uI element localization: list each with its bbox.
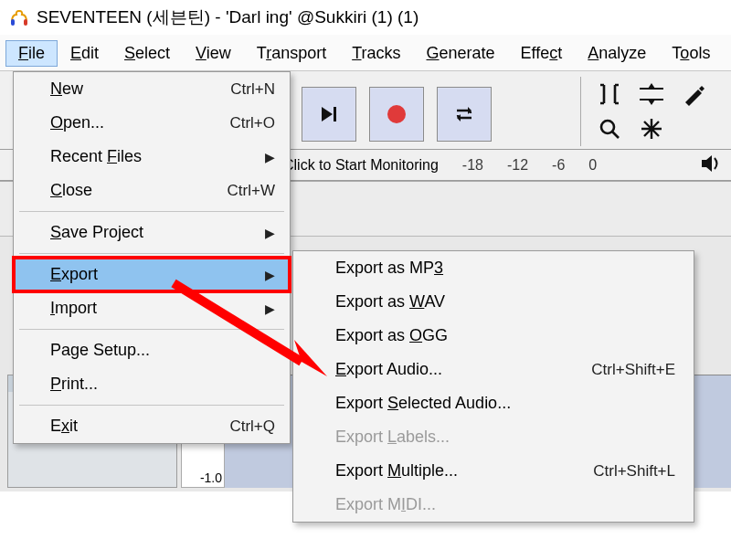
menu-separator bbox=[19, 405, 284, 406]
export-labels: Export Labels... bbox=[293, 420, 694, 454]
menu-analyze[interactable]: Analyze bbox=[575, 40, 659, 67]
export-mp3[interactable]: Export as MP3 bbox=[293, 251, 694, 285]
menu-print[interactable]: Print... bbox=[14, 367, 290, 401]
svg-point-4 bbox=[601, 121, 614, 133]
menu-edit[interactable]: Edit bbox=[58, 40, 111, 67]
menu-transport[interactable]: Transport bbox=[244, 40, 339, 67]
scale-m6: -6 bbox=[552, 157, 565, 174]
menu-recent-files[interactable]: Recent Files▶ bbox=[14, 140, 290, 174]
file-menu-dropdown: NewCtrl+N Open...Ctrl+O Recent Files▶ Cl… bbox=[13, 71, 291, 444]
menu-import[interactable]: Import▶ bbox=[14, 291, 290, 325]
menu-page-setup[interactable]: Page Setup... bbox=[14, 333, 290, 367]
menu-export[interactable]: Export▶ bbox=[14, 258, 290, 291]
empty-tool-slot bbox=[673, 111, 715, 146]
app-icon bbox=[9, 7, 29, 27]
export-selected-audio[interactable]: Export Selected Audio... bbox=[293, 386, 694, 420]
menu-open[interactable]: Open...Ctrl+O bbox=[14, 106, 290, 140]
svg-rect-2 bbox=[334, 107, 336, 122]
menu-save-project[interactable]: Save Project▶ bbox=[14, 216, 290, 249]
envelope-tool-icon[interactable] bbox=[630, 77, 673, 111]
menu-separator bbox=[19, 329, 284, 330]
menu-select[interactable]: Select bbox=[111, 40, 183, 67]
menu-tools[interactable]: Tools bbox=[659, 40, 723, 67]
zoom-tool-icon[interactable] bbox=[588, 111, 630, 146]
chevron-right-icon: ▶ bbox=[247, 268, 275, 282]
export-multiple[interactable]: Export Multiple...Ctrl+Shift+L bbox=[293, 454, 694, 488]
scale-m12: -12 bbox=[507, 157, 528, 174]
scale-0: 0 bbox=[588, 157, 597, 174]
menu-new[interactable]: NewCtrl+N bbox=[14, 72, 290, 106]
amp-1: -1.0 bbox=[182, 470, 222, 485]
chevron-right-icon: ▶ bbox=[247, 150, 275, 164]
multi-tool-icon[interactable] bbox=[630, 111, 673, 146]
menu-tracks[interactable]: Tracks bbox=[339, 40, 413, 67]
svg-rect-1 bbox=[24, 19, 27, 26]
svg-rect-0 bbox=[11, 19, 15, 26]
chevron-right-icon: ▶ bbox=[247, 301, 275, 316]
record-button[interactable] bbox=[369, 87, 424, 142]
menu-exit[interactable]: ExitCtrl+Q bbox=[14, 409, 290, 443]
skip-end-button[interactable] bbox=[302, 87, 356, 142]
menubar: File Edit Select View Transport Tracks G… bbox=[0, 35, 731, 71]
export-ogg[interactable]: Export as OGG bbox=[293, 319, 694, 353]
chevron-right-icon: ▶ bbox=[247, 226, 275, 240]
title-bar: SEVENTEEN (세븐틴) - 'Darl ing' @Sukkiri (1… bbox=[0, 0, 731, 35]
export-wav[interactable]: Export as WAV bbox=[293, 285, 694, 319]
scale-m18: -18 bbox=[462, 157, 483, 174]
draw-tool-icon[interactable] bbox=[673, 77, 715, 111]
menu-effect[interactable]: Effect bbox=[508, 40, 576, 67]
monitoring-hint[interactable]: Click to Start Monitoring bbox=[283, 157, 439, 174]
menu-close[interactable]: CloseCtrl+W bbox=[14, 174, 290, 207]
menu-view[interactable]: View bbox=[183, 40, 244, 67]
selection-tool-icon[interactable] bbox=[588, 77, 630, 111]
menu-file[interactable]: File bbox=[5, 40, 58, 67]
tool-palette bbox=[580, 77, 715, 146]
menu-help[interactable]: Help bbox=[723, 40, 731, 67]
speaker-icon[interactable] bbox=[700, 153, 722, 179]
export-audio[interactable]: Export Audio...Ctrl+Shift+E bbox=[293, 353, 694, 386]
export-submenu: Export as MP3 Export as WAV Export as OG… bbox=[292, 250, 694, 523]
menu-separator bbox=[19, 211, 284, 212]
loop-button[interactable] bbox=[437, 87, 492, 142]
menu-generate[interactable]: Generate bbox=[414, 40, 508, 67]
window-title: SEVENTEEN (세븐틴) - 'Darl ing' @Sukkiri (1… bbox=[37, 5, 418, 29]
export-midi: Export MIDI... bbox=[293, 488, 694, 522]
svg-point-3 bbox=[387, 105, 406, 123]
menu-separator bbox=[19, 253, 284, 254]
